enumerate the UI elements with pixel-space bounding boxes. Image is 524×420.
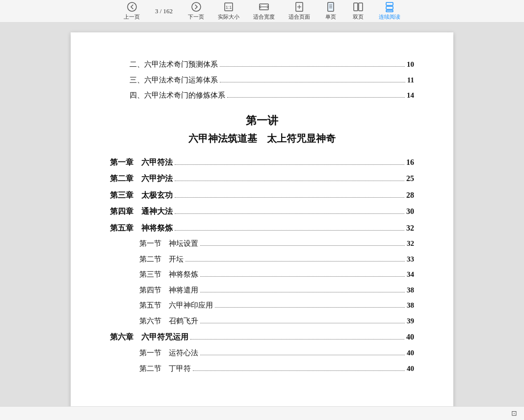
single-label: 单页 [325,13,336,21]
toc-ch4-label: 第四章 通神大法 [110,203,173,220]
actual-size-icon: 1:1 [223,1,234,12]
toc-row-1: 二、六甲法术奇门预测体系 10 [110,57,414,73]
toc-ch5-s5-page: 38 [407,298,414,314]
double-label: 双页 [353,13,364,21]
section-title-di1jiang: 第一讲 [110,113,414,128]
toc-ch1-label: 第一章 六甲符法 [110,154,173,171]
toc-ch5-s6-label: 第六节 召鹤飞升 [139,314,198,329]
toc-ch1-page: 16 [406,154,414,171]
toc-ch2-page: 25 [406,170,414,187]
toc-ch5-s5: 第五节 六甲神印应用 38 [110,298,414,314]
double-page-icon [353,1,364,12]
toc-page-3: 14 [407,88,414,104]
toc-dots-3 [227,97,405,98]
bottom-bar: ⊡ [0,406,524,420]
fit-page-label: 适合页面 [288,13,310,21]
toc-ch5-s4: 第四节 神将遣用 38 [110,283,414,298]
fit-width-button[interactable]: 适合宽度 [246,0,282,23]
toc-ch6: 第六章 六甲符咒运用 40 [110,329,414,345]
single-page-icon [325,1,336,12]
toc-ch3-label: 第三章 太极玄功 [110,187,173,204]
main-area: 二、六甲法术奇门预测体系 10 三、六甲法术奇门运筹体系 11 四、六甲法术奇门… [0,23,524,406]
toc-page-2: 11 [407,73,414,88]
toc-ch5-s1-label: 第一节 神坛设置 [139,236,198,252]
page-content: 二、六甲法术奇门预测体系 10 三、六甲法术奇门运筹体系 11 四、六甲法术奇门… [71,32,453,406]
svg-rect-15 [386,2,393,5]
svg-point-0 [128,2,136,11]
fit-page-icon [294,1,305,12]
toc-ch5-s2-dots [185,261,405,262]
section-subtitle: 六甲神法筑道基 太上符咒显神奇 [110,132,414,145]
svg-point-1 [192,2,201,11]
continuous-read-icon [384,1,395,12]
toc-ch5-s6-dots [200,323,405,323]
toc-label-3: 四、六甲法术奇门的修炼体系 [110,88,225,104]
next-icon [191,1,202,12]
toc-ch5-s5-label: 第五节 六甲神印应用 [139,298,213,314]
toc-ch5-s3-dots [200,276,405,277]
toc-ch6-s1-page: 40 [407,345,414,361]
toc-ch5-s4-label: 第四节 神将遣用 [139,283,198,298]
toc-ch5-label: 第五章 神将祭炼 [110,220,173,236]
actual-size-button[interactable]: 1:1 实际大小 [211,0,246,23]
toc-dots-1 [220,66,405,67]
toc-ch5-s5-dots [215,307,405,308]
toc-ch6-s1: 第一节 运符心法 40 [110,345,414,361]
toc-ch4: 第四章 通神大法 30 [110,203,414,220]
toc-ch5-s1-page: 32 [407,236,414,252]
toc-row-3: 四、六甲法术奇门的修炼体系 14 [110,88,414,104]
svg-rect-16 [386,6,393,9]
toc-ch6-s2-page: 40 [407,361,414,377]
toc-ch5-s1-dots [200,245,405,246]
toc-ch6-label: 第六章 六甲符咒运用 [110,329,188,345]
toolbar: 上一页 3 / 162 下一页 1:1 实际大小 [0,0,524,23]
toc-ch2: 第二章 六甲护法 25 [110,170,414,187]
toc-ch5-s6: 第六节 召鹤飞升 39 [110,314,414,329]
toc-ch4-page: 30 [406,203,414,220]
toc-ch6-dots [190,339,404,340]
toc-label-2: 三、六甲法术奇门运筹体系 [110,73,218,88]
toc-ch5-s3-label: 第三节 神将祭炼 [139,267,198,283]
toc-ch2-dots [175,181,404,181]
toc-ch3-dots [175,197,404,198]
toc-ch5-dots [175,230,404,231]
toc-ch5-s3-page: 34 [407,267,414,283]
toc-ch4-dots [175,213,404,214]
prev-icon [127,1,137,12]
svg-text:1:1: 1:1 [226,5,232,10]
toc-ch3: 第三章 太极玄功 28 [110,187,414,204]
toc-ch3-page: 28 [406,187,414,204]
toc-ch5-page: 32 [406,220,414,236]
fit-page-button[interactable]: 适合页面 [282,0,317,23]
toc-ch5: 第五章 神将祭炼 32 [110,220,414,236]
svg-rect-17 [386,10,393,12]
toc-dots-2 [220,82,405,82]
toc-ch5-s4-dots [200,292,405,292]
toc-ch5-s4-page: 38 [407,283,414,298]
toc-ch1: 第一章 六甲符法 16 [110,154,414,171]
toc-ch1-dots [175,164,404,165]
toc-ch5-s3: 第三节 神将祭炼 34 [110,267,414,283]
double-page-button[interactable]: 双页 [344,0,372,23]
continuous-read-button[interactable]: 连续阅读 [372,0,407,23]
toc-ch5-s2: 第二节 开坛 33 [110,252,414,267]
prev-label: 上一页 [124,13,140,21]
single-page-button[interactable]: 单页 [317,0,344,23]
next-label: 下一页 [188,13,204,21]
svg-rect-14 [359,3,363,11]
toc-page-1: 10 [407,57,414,73]
page-indicator: 3 / 162 [147,0,181,23]
toc-ch5-s1: 第一节 神坛设置 32 [110,236,414,252]
toc-ch6-s2-dots [193,370,405,371]
fit-width-icon [259,1,269,12]
prev-page-button[interactable]: 上一页 [117,0,147,23]
toc-ch2-label: 第二章 六甲护法 [110,170,173,187]
toc-ch5-s2-label: 第二节 开坛 [139,252,183,267]
actual-size-label: 实际大小 [218,13,239,21]
fit-width-label: 适合宽度 [253,13,275,21]
continuous-label: 连续阅读 [379,13,400,21]
next-page-button[interactable]: 下一页 [181,0,211,23]
toc-ch5-s2-page: 33 [407,252,414,267]
expand-icon[interactable]: ⊡ [509,409,519,419]
toc-ch6-s2: 第二节 丁甲符 40 [110,361,414,377]
